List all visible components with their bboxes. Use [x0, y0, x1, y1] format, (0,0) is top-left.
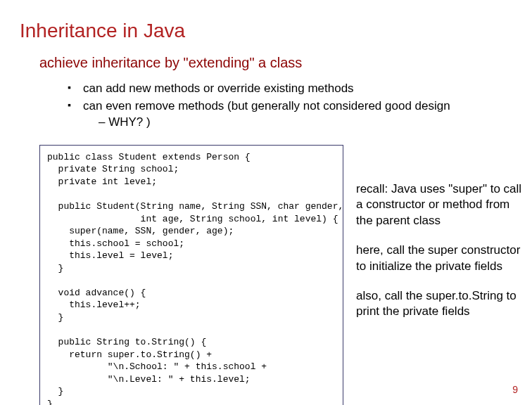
side-notes: recall: Java uses "super" to call a cons…	[356, 145, 524, 405]
note-here: here, call the super constructor to init…	[356, 243, 524, 274]
bullet-item: can even remove methods (but generally n…	[68, 98, 524, 131]
code-block: public class Student extends Person { pr…	[39, 145, 343, 405]
page-number: 9	[512, 384, 518, 395]
note-recall: recall: Java uses "super" to call a cons…	[356, 181, 524, 229]
slide-title: Inheritance in Java	[20, 20, 524, 42]
note-also: also, call the super.to.String to print …	[356, 288, 524, 320]
content-row: public class Student extends Person { pr…	[39, 145, 524, 405]
bullet-list: can add new methods or override existing…	[68, 81, 524, 131]
slide-subtitle: achieve inheritance by "extending" a cla…	[39, 55, 524, 71]
bullet-item: can add new methods or override existing…	[68, 81, 524, 97]
bullet-text: can even remove methods (but generally n…	[83, 99, 450, 112]
bullet-sub: – WHY? )	[83, 115, 151, 129]
